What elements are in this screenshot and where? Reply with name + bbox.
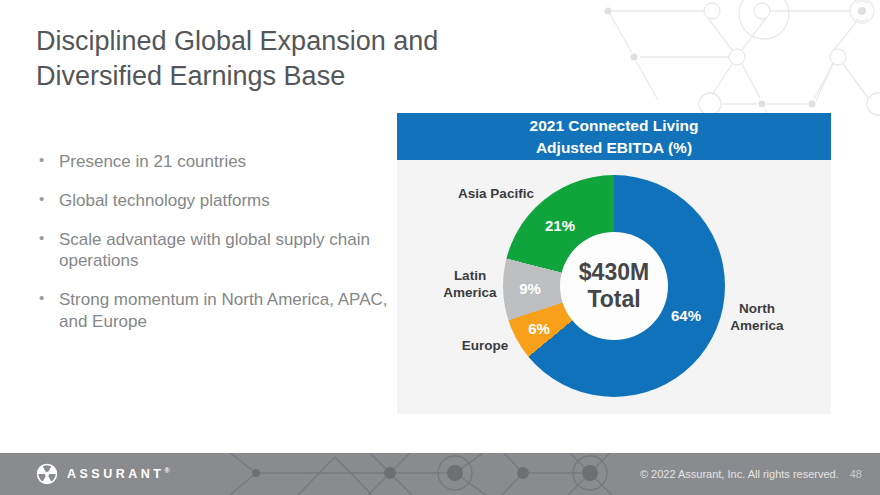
bullet-list: Presence in 21 countries Global technolo… bbox=[37, 151, 405, 350]
slice-pct-north-america: 64% bbox=[671, 307, 701, 324]
brand-name: ASSURANT® bbox=[67, 467, 170, 481]
slide-title: Disciplined Global Expansion and Diversi… bbox=[36, 24, 536, 94]
slice-label-asia-pacific: Asia Pacific bbox=[458, 186, 534, 203]
chart-title-banner: 2021 Connected Living Adjusted EBITDA (%… bbox=[397, 113, 831, 160]
slice-pct-europe: 6% bbox=[528, 320, 550, 337]
slice-pct-asia-pacific: 21% bbox=[545, 217, 575, 234]
footer-bar: ASSURANT® © 2022 Assurant, Inc. All righ… bbox=[0, 453, 880, 495]
copyright-line: © 2022 Assurant, Inc. All rights reserve… bbox=[640, 453, 862, 495]
page-number: 48 bbox=[850, 468, 862, 480]
bullet-item: Scale advantage with global supply chain… bbox=[37, 229, 405, 273]
presentation-slide: Disciplined Global Expansion and Diversi… bbox=[0, 0, 880, 495]
slice-label-north-america: North America bbox=[720, 301, 794, 335]
footer-network-pattern bbox=[230, 453, 630, 495]
slice-label-europe: Europe bbox=[462, 338, 509, 355]
slice-label-latin-america: Latin America bbox=[435, 268, 505, 302]
bullet-item: Presence in 21 countries bbox=[37, 151, 405, 173]
chart-title-line2: Adjusted EBITDA (%) bbox=[397, 137, 831, 158]
assurant-logo-icon bbox=[36, 463, 58, 485]
ebitda-chart-panel: 2021 Connected Living Adjusted EBITDA (%… bbox=[397, 113, 831, 414]
slice-pct-latin-america: 9% bbox=[519, 280, 541, 297]
donut-total-value: $430M bbox=[579, 259, 649, 286]
donut-center: $430M Total bbox=[560, 232, 668, 340]
copyright-text: © 2022 Assurant, Inc. All rights reserve… bbox=[640, 468, 839, 480]
registered-mark: ® bbox=[164, 467, 169, 474]
brand-lockup: ASSURANT® bbox=[36, 453, 170, 495]
bullet-item: Strong momentum in North America, APAC, … bbox=[37, 289, 405, 333]
bullet-item: Global technology platforms bbox=[37, 190, 405, 212]
chart-title-line1: 2021 Connected Living bbox=[397, 115, 831, 136]
donut-total-caption: Total bbox=[587, 286, 640, 313]
